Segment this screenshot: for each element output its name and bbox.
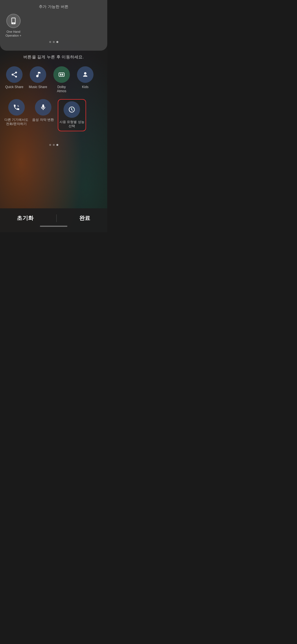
performance-icon-circle (64, 101, 80, 118)
call-other-label: 다른 기기에서도전화/문자하기 (4, 118, 28, 126)
top-panel-icons: One HandOperation + (4, 14, 103, 38)
svg-rect-1 (59, 73, 64, 76)
svg-rect-2 (60, 73, 61, 75)
music-share-icon-circle (30, 66, 46, 83)
performance-label: 사용 유형별 성능선택 (59, 120, 84, 129)
bottom-buttons: 초기화 완료 (0, 212, 107, 224)
tiles-row-2: 다른 기기에서도전화/문자하기 음성 자막 변환 (4, 99, 103, 131)
dolby-atmos-label: DolbyAtmos (57, 85, 66, 94)
instruction-text: 버튼을 길게 누른 후 이동하세요. (0, 51, 107, 64)
voice-caption-tile[interactable]: 음성 자막 변환 (32, 99, 54, 131)
svg-point-6 (86, 73, 86, 73)
tiles-section: Quick Share Music Share DolbyAtmos (0, 64, 107, 140)
dolby-atmos-icon-circle (53, 66, 70, 83)
voice-caption-label: 음성 자막 변환 (32, 118, 54, 122)
bottom-bar: 초기화 완료 (0, 208, 107, 232)
one-hand-operation-icon (6, 14, 21, 28)
tiles-row-1: Quick Share Music Share DolbyAtmos (4, 66, 103, 94)
bottom-dot-3 (56, 144, 58, 146)
one-hand-operation-tile[interactable]: One HandOperation + (6, 14, 21, 38)
one-hand-operation-label: One HandOperation + (6, 30, 21, 38)
bottom-dot-2 (53, 144, 55, 146)
dolby-atmos-tile[interactable]: DolbyAtmos (52, 66, 72, 94)
top-dots (4, 38, 103, 45)
call-other-icon-circle (8, 99, 25, 116)
quick-share-label: Quick Share (5, 85, 23, 89)
svg-point-5 (84, 73, 85, 73)
kids-tile[interactable]: Kids (75, 66, 95, 94)
kids-label: Kids (82, 85, 88, 89)
voice-caption-icon-circle (35, 99, 51, 116)
dot-1 (49, 41, 51, 43)
quick-share-tile[interactable]: Quick Share (4, 66, 24, 94)
done-button[interactable]: 완료 (68, 212, 101, 224)
top-panel-title: 추가 가능한 버튼 (4, 4, 103, 9)
call-other-tile[interactable]: 다른 기기에서도전화/문자하기 (4, 99, 28, 131)
bottom-dots (0, 140, 107, 148)
bottom-divider (56, 214, 57, 222)
music-share-tile[interactable]: Music Share (28, 66, 48, 94)
kids-icon-circle (77, 66, 94, 83)
svg-point-0 (39, 72, 40, 73)
music-share-label: Music Share (29, 85, 47, 89)
dot-2 (53, 41, 55, 43)
home-indicator (40, 226, 67, 227)
performance-tile[interactable]: 사용 유형별 성능선택 (58, 99, 86, 131)
bottom-dot-1 (49, 144, 51, 146)
top-panel: 추가 가능한 버튼 One HandOperation + (0, 0, 107, 51)
reset-button[interactable]: 초기화 (6, 212, 45, 224)
dot-3 (56, 41, 58, 43)
quick-share-icon-circle (6, 66, 23, 83)
svg-rect-3 (62, 73, 63, 75)
